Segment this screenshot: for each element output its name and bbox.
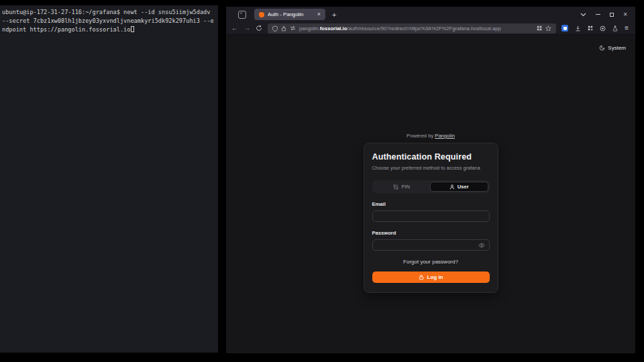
powered-by-text: Powered by [407,133,435,139]
downloads-icon[interactable] [575,25,581,32]
password-field[interactable] [377,242,478,248]
card-subtitle: Choose your preferred method to access g… [372,165,490,171]
url-fade [516,25,533,32]
minimize-button[interactable] [596,14,600,15]
menu-icon[interactable]: ≡ [625,25,629,32]
password-field-wrap [372,239,490,251]
terminal-text: ubuntu@ip-172-31-27-116:~/grafana$ newt … [2,9,210,15]
login-lock-icon [419,274,424,280]
terminal-line: --secret 7cbz1xw08lh1jbzey03yxvndljvneam… [2,17,216,25]
email-field-wrap [372,210,490,222]
toolbar-extension-area: ≡ [561,25,630,32]
bookmark-star-icon[interactable] [545,25,551,32]
window-controls: × [580,11,631,18]
url-text: pangolin. fossorial.io /auth/resource/90… [299,25,533,32]
new-tab-button[interactable]: + [332,11,336,19]
permissions-arrows-icon[interactable] [290,25,296,31]
desktop: ubuntu@ip-172-31-27-116:~/grafana$ newt … [0,0,644,362]
url-path: /auth/resource/90?redirect=https%3A%2F%2… [347,25,500,32]
tab-title: Auth - Pangolin [268,11,314,17]
forward-button[interactable]: → [244,25,250,32]
tab-bar: Auth - Pangolin × + × [226,7,635,22]
login-button-label: Log in [427,274,443,280]
terminal-window[interactable]: ubuntu@ip-172-31-27-116:~/grafana$ newt … [0,5,218,353]
url-domain: fossorial.io [320,25,347,32]
ublock-extension-icon[interactable] [561,25,568,32]
tab-user[interactable]: User [430,182,488,192]
chevron-down-icon[interactable] [580,13,586,17]
terminal-line: ndpoint https://pangolin.fossorial.io [2,25,216,34]
binary-icon [393,184,398,190]
pangolin-link[interactable]: Pangolin [435,133,455,139]
show-password-eye-icon[interactable] [478,243,485,248]
user-icon [449,184,455,190]
reload-button[interactable] [256,22,262,34]
powered-by: Powered by Pangolin [407,133,455,139]
password-label: Password [372,230,490,236]
method-tabs: PIN User [372,180,490,193]
browser-window: Auth - Pangolin × + × ← → [226,7,635,353]
tab-pin[interactable]: PIN [374,182,431,192]
email-field[interactable] [377,213,485,219]
terminal-text: ndpoint https://pangolin.fossorial.io [2,26,130,33]
tab-pin-label: PIN [401,184,410,190]
back-button[interactable]: ← [231,25,238,32]
account-icon[interactable] [600,25,606,32]
navigation-toolbar: ← → pangolin. fossorial.io /auth/resourc… [226,22,635,35]
forgot-password-link[interactable]: Forgot your password? [372,259,490,265]
browser-tab-auth-pangolin[interactable]: Auth - Pangolin × [254,9,325,20]
email-label: Email [372,201,490,207]
containers-grid-icon[interactable] [537,25,542,31]
page-viewport: System Powered by Pangolin Authenticatio… [226,35,635,353]
auth-column: Powered by Pangolin Authentication Requi… [226,35,635,293]
tab-user-label: User [458,184,469,190]
auth-card: Authentication Required Choose your pref… [364,143,498,293]
pangolin-favicon-icon [259,12,264,17]
sidebar-flask-icon[interactable] [612,25,618,32]
terminal-cursor [131,26,134,32]
url-subdomain: pangolin. [299,25,320,32]
firefox-view-icon[interactable] [238,11,246,19]
extensions-icon[interactable] [588,25,593,31]
login-button[interactable]: Log in [372,272,490,283]
window-close-button[interactable]: × [623,11,627,18]
terminal-text: --secret 7cbz1xw08lh1jbzey03yxvndljvneam… [2,17,214,24]
card-title: Authentication Required [372,152,490,162]
tracking-shield-icon[interactable] [272,25,278,32]
url-bar[interactable]: pangolin. fossorial.io /auth/resource/90… [268,23,556,34]
maximize-button[interactable] [610,13,614,17]
terminal-line: ubuntu@ip-172-31-27-116:~/grafana$ newt … [2,8,216,17]
tab-close-icon[interactable]: × [317,11,321,17]
lock-icon[interactable] [281,25,286,32]
